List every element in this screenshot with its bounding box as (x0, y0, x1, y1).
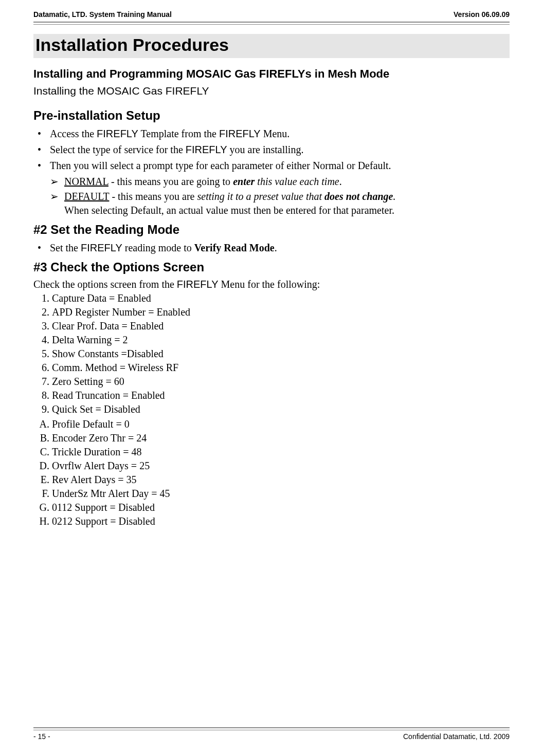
enter-term: enter (233, 176, 255, 187)
text: Check the options screen from the (33, 279, 177, 290)
list-item: Ovrflw Alert Days = 25 (52, 459, 510, 473)
list-item: Read Truncation = Enabled (52, 389, 510, 402)
section-subtitle: Installing and Programming MOSAIC Gas FI… (33, 67, 510, 81)
installing-line: Installing the MOSAIC Gas FIREFLY (33, 85, 510, 97)
list-item: 0212 Support = Disabled (52, 514, 510, 528)
header-rule (33, 22, 510, 25)
text: you are installing. (227, 144, 304, 155)
firefly-term: FIREFLY (186, 144, 227, 155)
text: Set the (50, 242, 81, 253)
options-heading: #3 Check the Options Screen (33, 260, 510, 274)
list-item: 0112 Support = Disabled (52, 501, 510, 514)
normal-label: NORMAL (64, 176, 108, 187)
list-item: NORMAL - this means you are going to ent… (50, 175, 510, 189)
list-item: Delta Warning = 2 (52, 333, 510, 347)
text: Access the (50, 128, 97, 139)
preinstall-list: Access the FIREFLY Template from the FIR… (33, 127, 510, 217)
firefly-term: FIREFLY (219, 128, 261, 139)
preinstall-sublist: NORMAL - this means you are going to ent… (50, 175, 510, 217)
list-item: APD Register Number = Enabled (52, 305, 510, 319)
text: Template from the (138, 128, 219, 139)
default-label: DEFAULT (64, 191, 109, 202)
list-item: Select the type of service for the FIREF… (35, 143, 510, 157)
text: . (393, 191, 395, 202)
list-item: Rev Alert Days = 35 (52, 473, 510, 487)
text: . (275, 242, 277, 253)
text: - this means you are (109, 191, 197, 202)
list-item: Then you will select a prompt type for e… (35, 159, 510, 217)
list-item: Profile Default = 0 (52, 417, 510, 431)
list-item: Zero Setting = 60 (52, 375, 510, 389)
text: Then you will select a prompt type for e… (50, 160, 391, 171)
text: . (339, 176, 342, 187)
options-numeric-list: Capture Data = Enabled APD Register Numb… (33, 291, 510, 416)
page-number: - 15 - (33, 732, 50, 741)
page-header: Datamatic, LTD. System Training Manual V… (33, 10, 510, 22)
firefly-term: FIREFLY (81, 242, 122, 253)
text: Select the type of service for the (50, 144, 186, 155)
list-item: Trickle Duration = 48 (52, 445, 510, 459)
list-item: DEFAULT - this means you are setting it … (50, 190, 510, 217)
page-title: Installation Procedures (33, 34, 510, 58)
list-item: Set the FIREFLY reading mode to Verify R… (35, 241, 510, 255)
list-item: Comm. Method = Wireless RF (52, 361, 510, 375)
options-alpha-list: Profile Default = 0 Encoder Zero Thr = 2… (33, 417, 510, 528)
preinstall-heading: Pre-installation Setup (33, 108, 510, 123)
text: Menu. (261, 128, 290, 139)
reading-heading: #2 Set the Reading Mode (33, 223, 510, 237)
list-item: Capture Data = Enabled (52, 291, 510, 305)
firefly-term: FIREFLY (97, 128, 138, 139)
firefly-term: FIREFLY (177, 279, 219, 290)
page-footer: - 15 - Confidential Datamatic, Ltd. 2009 (33, 727, 510, 741)
footer-rule (33, 727, 510, 730)
list-item: Quick Set = Disabled (52, 402, 510, 416)
list-item: Show Constants =Disabled (52, 347, 510, 361)
header-right: Version 06.09.09 (454, 10, 510, 19)
footer-copyright: Confidential Datamatic, Ltd. 2009 (403, 732, 510, 741)
text: this value each time (255, 176, 339, 187)
text: - this means you are going to (108, 176, 233, 187)
list-item: Clear Prof. Data = Enabled (52, 319, 510, 333)
options-intro: Check the options screen from the FIREFL… (33, 279, 510, 290)
bold-term: does not change (324, 191, 393, 202)
text: Menu for the following: (219, 279, 320, 290)
text: setting it to a preset value that (197, 191, 325, 202)
list-item: Access the FIREFLY Template from the FIR… (35, 127, 510, 141)
list-item: UnderSz Mtr Alert Day = 45 (52, 487, 510, 501)
text: When selecting Default, an actual value … (64, 205, 394, 216)
footer-row: - 15 - Confidential Datamatic, Ltd. 2009 (33, 732, 510, 741)
reading-list: Set the FIREFLY reading mode to Verify R… (33, 241, 510, 255)
header-left: Datamatic, LTD. System Training Manual (33, 10, 172, 19)
text: reading mode to (122, 242, 194, 253)
list-item: Encoder Zero Thr = 24 (52, 431, 510, 445)
bold-term: Verify Read Mode (194, 242, 275, 253)
page: Datamatic, LTD. System Training Manual V… (0, 0, 543, 756)
